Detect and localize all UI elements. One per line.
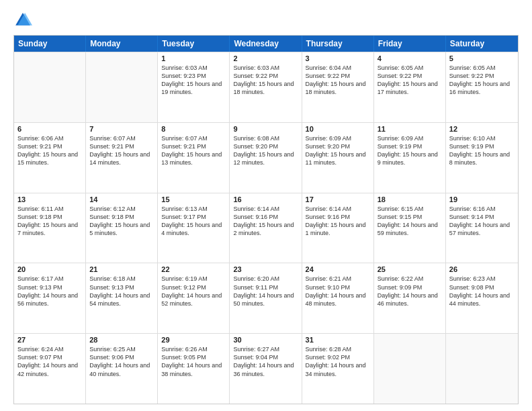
day-info: Sunrise: 6:05 AMSunset: 9:22 PMDaylight:… [378, 64, 442, 97]
day-number: 6 [17, 125, 82, 133]
day-info: Sunrise: 6:15 AMSunset: 9:15 PMDaylight:… [378, 205, 442, 238]
day-info: Sunrise: 6:08 AMSunset: 9:20 PMDaylight:… [233, 134, 298, 167]
calendar-cell: 20Sunrise: 6:17 AMSunset: 9:13 PMDayligh… [14, 263, 86, 333]
day-number: 24 [306, 265, 370, 273]
day-info: Sunrise: 6:04 AMSunset: 9:22 PMDaylight:… [306, 64, 370, 97]
day-number: 23 [233, 265, 298, 273]
calendar-cell: 15Sunrise: 6:13 AMSunset: 9:17 PMDayligh… [158, 193, 230, 263]
calendar-header-cell: Tuesday [158, 36, 230, 52]
day-number: 30 [233, 336, 298, 344]
calendar-cell: 23Sunrise: 6:20 AMSunset: 9:11 PMDayligh… [230, 263, 302, 333]
day-info: Sunrise: 6:14 AMSunset: 9:16 PMDaylight:… [233, 205, 298, 238]
calendar-cell [374, 334, 446, 404]
calendar-body: 1Sunrise: 6:03 AMSunset: 9:23 PMDaylight… [14, 52, 518, 404]
calendar-header-cell: Monday [86, 36, 158, 52]
calendar-cell: 1Sunrise: 6:03 AMSunset: 9:23 PMDaylight… [158, 52, 230, 122]
day-info: Sunrise: 6:22 AMSunset: 9:09 PMDaylight:… [378, 275, 442, 308]
calendar-cell [86, 52, 158, 122]
day-info: Sunrise: 6:12 AMSunset: 9:18 PMDaylight:… [89, 205, 154, 238]
calendar-week-row: 1Sunrise: 6:03 AMSunset: 9:23 PMDaylight… [14, 52, 518, 122]
day-info: Sunrise: 6:07 AMSunset: 9:21 PMDaylight:… [161, 134, 226, 167]
day-number: 12 [449, 125, 515, 133]
day-number: 3 [306, 54, 370, 62]
day-info: Sunrise: 6:18 AMSunset: 9:13 PMDaylight:… [89, 275, 154, 308]
day-number: 7 [89, 125, 154, 133]
day-number: 4 [378, 54, 442, 62]
calendar-cell: 4Sunrise: 6:05 AMSunset: 9:22 PMDaylight… [374, 52, 446, 122]
day-info: Sunrise: 6:03 AMSunset: 9:22 PMDaylight:… [233, 64, 298, 97]
calendar-cell: 10Sunrise: 6:09 AMSunset: 9:20 PMDayligh… [302, 123, 374, 193]
calendar-cell [14, 52, 86, 122]
day-number: 1 [161, 54, 226, 62]
day-number: 18 [378, 195, 442, 203]
logo [13, 11, 35, 30]
day-info: Sunrise: 6:20 AMSunset: 9:11 PMDaylight:… [233, 275, 298, 308]
day-info: Sunrise: 6:26 AMSunset: 9:05 PMDaylight:… [161, 345, 226, 378]
calendar-header: SundayMondayTuesdayWednesdayThursdayFrid… [14, 36, 518, 52]
page: SundayMondayTuesdayWednesdayThursdayFrid… [0, 0, 532, 411]
calendar-header-cell: Wednesday [230, 36, 302, 52]
day-number: 28 [89, 336, 154, 344]
day-number: 29 [161, 336, 226, 344]
calendar-cell: 16Sunrise: 6:14 AMSunset: 9:16 PMDayligh… [230, 193, 302, 263]
calendar-cell: 2Sunrise: 6:03 AMSunset: 9:22 PMDaylight… [230, 52, 302, 122]
calendar-cell: 14Sunrise: 6:12 AMSunset: 9:18 PMDayligh… [86, 193, 158, 263]
day-number: 26 [449, 265, 515, 273]
day-info: Sunrise: 6:23 AMSunset: 9:08 PMDaylight:… [449, 275, 515, 308]
day-number: 22 [161, 265, 226, 273]
calendar-cell: 19Sunrise: 6:16 AMSunset: 9:14 PMDayligh… [446, 193, 518, 263]
calendar-cell: 5Sunrise: 6:05 AMSunset: 9:22 PMDaylight… [446, 52, 518, 122]
calendar-cell: 7Sunrise: 6:07 AMSunset: 9:21 PMDaylight… [86, 123, 158, 193]
day-number: 20 [17, 265, 82, 273]
day-info: Sunrise: 6:27 AMSunset: 9:04 PMDaylight:… [233, 345, 298, 378]
day-info: Sunrise: 6:24 AMSunset: 9:07 PMDaylight:… [17, 345, 82, 378]
calendar-cell: 9Sunrise: 6:08 AMSunset: 9:20 PMDaylight… [230, 123, 302, 193]
calendar-header-cell: Thursday [302, 36, 374, 52]
day-number: 17 [306, 195, 370, 203]
calendar-cell: 21Sunrise: 6:18 AMSunset: 9:13 PMDayligh… [86, 263, 158, 333]
day-number: 16 [233, 195, 298, 203]
calendar-header-cell: Friday [374, 36, 446, 52]
day-info: Sunrise: 6:16 AMSunset: 9:14 PMDaylight:… [449, 205, 515, 238]
calendar-cell: 27Sunrise: 6:24 AMSunset: 9:07 PMDayligh… [14, 334, 86, 404]
day-info: Sunrise: 6:10 AMSunset: 9:19 PMDaylight:… [449, 134, 515, 167]
day-number: 8 [161, 125, 226, 133]
calendar: SundayMondayTuesdayWednesdayThursdayFrid… [13, 35, 519, 404]
calendar-week-row: 27Sunrise: 6:24 AMSunset: 9:07 PMDayligh… [14, 333, 518, 404]
day-info: Sunrise: 6:19 AMSunset: 9:12 PMDaylight:… [161, 275, 226, 308]
day-info: Sunrise: 6:07 AMSunset: 9:21 PMDaylight:… [89, 134, 154, 167]
calendar-cell: 13Sunrise: 6:11 AMSunset: 9:18 PMDayligh… [14, 193, 86, 263]
calendar-cell: 28Sunrise: 6:25 AMSunset: 9:06 PMDayligh… [86, 334, 158, 404]
day-info: Sunrise: 6:06 AMSunset: 9:21 PMDaylight:… [17, 134, 82, 167]
day-info: Sunrise: 6:09 AMSunset: 9:20 PMDaylight:… [306, 134, 370, 167]
day-number: 10 [306, 125, 370, 133]
day-info: Sunrise: 6:13 AMSunset: 9:17 PMDaylight:… [161, 205, 226, 238]
calendar-cell: 17Sunrise: 6:14 AMSunset: 9:16 PMDayligh… [302, 193, 374, 263]
calendar-cell: 3Sunrise: 6:04 AMSunset: 9:22 PMDaylight… [302, 52, 374, 122]
day-info: Sunrise: 6:11 AMSunset: 9:18 PMDaylight:… [17, 205, 82, 238]
calendar-cell: 12Sunrise: 6:10 AMSunset: 9:19 PMDayligh… [446, 123, 518, 193]
calendar-cell: 26Sunrise: 6:23 AMSunset: 9:08 PMDayligh… [446, 263, 518, 333]
calendar-cell [446, 334, 518, 404]
day-number: 14 [89, 195, 154, 203]
calendar-week-row: 20Sunrise: 6:17 AMSunset: 9:13 PMDayligh… [14, 263, 518, 333]
day-info: Sunrise: 6:25 AMSunset: 9:06 PMDaylight:… [89, 345, 154, 378]
calendar-week-row: 6Sunrise: 6:06 AMSunset: 9:21 PMDaylight… [14, 122, 518, 193]
calendar-cell: 18Sunrise: 6:15 AMSunset: 9:15 PMDayligh… [374, 193, 446, 263]
day-info: Sunrise: 6:05 AMSunset: 9:22 PMDaylight:… [449, 64, 515, 97]
calendar-cell: 31Sunrise: 6:28 AMSunset: 9:02 PMDayligh… [302, 334, 374, 404]
day-number: 21 [89, 265, 154, 273]
day-info: Sunrise: 6:17 AMSunset: 9:13 PMDaylight:… [17, 275, 82, 308]
calendar-cell: 6Sunrise: 6:06 AMSunset: 9:21 PMDaylight… [14, 123, 86, 193]
calendar-header-cell: Saturday [446, 36, 518, 52]
day-number: 27 [17, 336, 82, 344]
day-number: 19 [449, 195, 515, 203]
day-info: Sunrise: 6:28 AMSunset: 9:02 PMDaylight:… [306, 345, 370, 378]
calendar-cell: 30Sunrise: 6:27 AMSunset: 9:04 PMDayligh… [230, 334, 302, 404]
day-number: 9 [233, 125, 298, 133]
day-info: Sunrise: 6:09 AMSunset: 9:19 PMDaylight:… [378, 134, 442, 167]
calendar-cell: 8Sunrise: 6:07 AMSunset: 9:21 PMDaylight… [158, 123, 230, 193]
day-number: 25 [378, 265, 442, 273]
calendar-cell: 29Sunrise: 6:26 AMSunset: 9:05 PMDayligh… [158, 334, 230, 404]
day-info: Sunrise: 6:21 AMSunset: 9:10 PMDaylight:… [306, 275, 370, 308]
